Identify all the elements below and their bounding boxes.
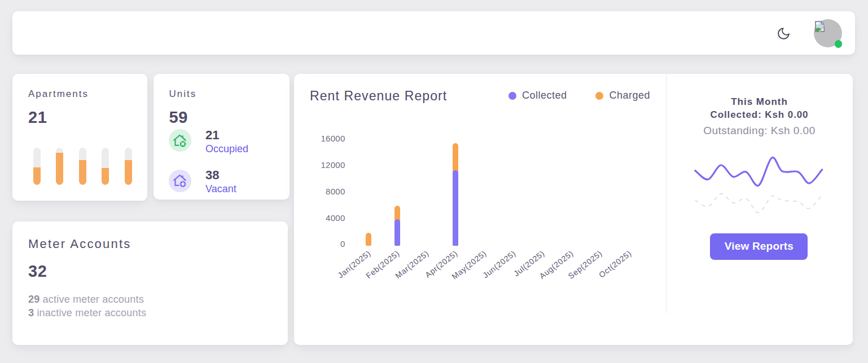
vacant-label: Vacant <box>205 183 236 195</box>
x-axis-label: Oct(2025) <box>578 249 633 294</box>
meter-accounts-count: 32 <box>28 262 47 281</box>
active-meters-label: active meter accounts <box>40 294 143 305</box>
inactive-meters-count: 3 <box>28 307 34 318</box>
inactive-meters-label: inactive meter accounts <box>34 307 146 318</box>
apartment-bar-track <box>102 148 109 185</box>
rent-revenue-chart: 1600012000800040000Jan(2025)Feb(2025)Mar… <box>294 74 666 345</box>
active-meters-count: 29 <box>28 294 40 305</box>
x-axis-label: Aug(2025) <box>520 249 575 294</box>
x-axis-label: Jul(2025) <box>492 249 546 294</box>
bar-charged[interactable] <box>366 233 371 246</box>
y-axis-tick: 4000 <box>300 213 345 223</box>
view-reports-button[interactable]: View Reports <box>710 233 808 260</box>
x-axis-label: May(2025) <box>434 249 489 294</box>
x-axis-label: Apr(2025) <box>405 249 459 294</box>
inactive-meters-line: 3 inactive meter accounts <box>28 307 146 319</box>
occupied-count: 21 <box>205 128 219 143</box>
apartment-bar-track <box>56 148 63 185</box>
this-month-title: This Month <box>666 96 853 108</box>
sparkline-chart <box>693 152 824 217</box>
apartment-bar-fill <box>79 160 86 185</box>
meter-accounts-card: Meter Accounts 32 29 active meter accoun… <box>12 222 288 345</box>
y-axis-tick: 16000 <box>300 134 345 143</box>
x-axis-label: Sep(2025) <box>550 249 604 294</box>
meter-accounts-title: Meter Accounts <box>28 237 131 251</box>
x-axis-label: Jan(2025) <box>318 249 372 294</box>
bar-collected[interactable] <box>453 170 458 246</box>
apartments-count: 21 <box>28 108 47 127</box>
x-axis-label: Jun(2025) <box>463 249 518 294</box>
moon-icon <box>777 34 791 42</box>
apartment-bar-track <box>125 148 132 185</box>
apartment-bar-fill <box>125 160 132 185</box>
units-count: 59 <box>169 108 188 127</box>
y-axis-tick: 8000 <box>300 187 345 196</box>
dark-mode-toggle[interactable] <box>776 26 792 42</box>
broken-image-icon <box>815 21 826 32</box>
y-axis-tick: 12000 <box>300 160 345 170</box>
bar-collected[interactable] <box>394 219 400 246</box>
topbar <box>12 11 855 55</box>
online-status-dot <box>835 40 843 48</box>
this-month-panel: This Month Collected: Ksh 0.00 Outstandi… <box>666 74 853 345</box>
apartment-bar-fill <box>56 153 63 185</box>
x-axis-label: Mar(2025) <box>376 249 431 294</box>
apartment-bar-track <box>79 148 86 185</box>
apartments-title: Apartments <box>28 88 89 100</box>
occupied-row: 21 Occupied <box>169 129 191 152</box>
apartment-bar-fill <box>102 168 109 185</box>
y-axis-tick: 0 <box>300 239 345 249</box>
active-meters-line: 29 active meter accounts <box>28 294 144 306</box>
vacant-row: 38 Vacant <box>169 170 191 192</box>
this-month-collected: Collected: Ksh 0.00 <box>666 109 853 121</box>
apartment-bar-track <box>33 148 41 185</box>
avatar[interactable] <box>814 19 842 47</box>
units-title: Units <box>169 88 197 100</box>
apartments-card: Apartments 21 <box>12 74 147 201</box>
this-month-outstanding: Outstanding: Ksh 0.00 <box>666 125 853 137</box>
rent-revenue-card: Rent Revenue Report CollectedCharged 160… <box>294 74 853 345</box>
house-x-icon <box>169 129 191 152</box>
vacant-count: 38 <box>205 168 219 183</box>
x-axis-label: Feb(2025) <box>347 249 402 294</box>
units-card: Units 59 21 Occupied <box>154 74 290 200</box>
occupied-label: Occupied <box>205 143 248 155</box>
house-plus-icon <box>169 170 191 192</box>
apartments-mini-bars <box>33 148 132 185</box>
apartment-bar-fill <box>33 167 41 185</box>
